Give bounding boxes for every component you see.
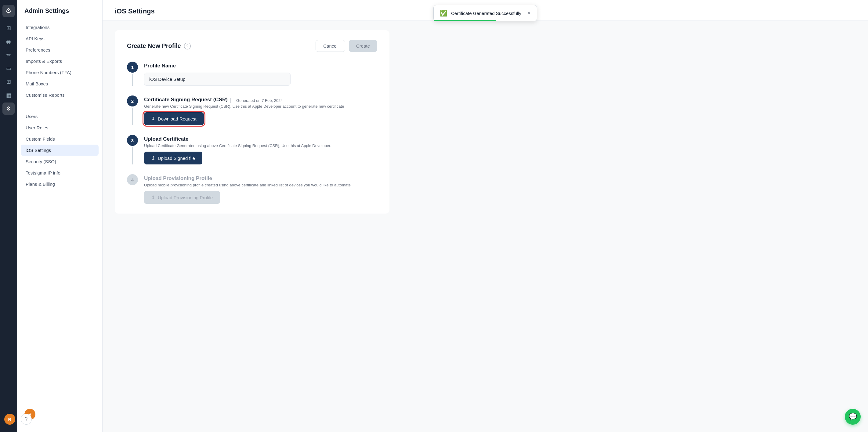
form-header: Create New Profile ? Cancel Create <box>127 40 377 52</box>
main-body: Create New Profile ? Cancel Create 1 <box>102 21 868 432</box>
step-4-description: Upload mobile provisioning profile creat… <box>144 183 377 187</box>
sidebar: Admin Settings Integrations API Keys Pre… <box>17 0 102 432</box>
step-3: 3 Upload Certificate Upload Certificate … <box>127 135 377 164</box>
step-2: 2 Certificate Signing Request (CSR) | Ge… <box>127 96 377 125</box>
create-button[interactable]: Create <box>349 40 377 52</box>
profile-name-input[interactable] <box>144 73 290 86</box>
download-request-button[interactable]: ↧ Download Request <box>144 112 204 125</box>
cancel-button[interactable]: Cancel <box>316 40 345 52</box>
sidebar-item-user-roles[interactable]: User Roles <box>21 122 99 133</box>
nav-settings-icon[interactable]: ⚙ <box>2 102 14 115</box>
form-title: Create New Profile <box>127 42 181 49</box>
sidebar-item-imports-exports[interactable]: Imports & Exports <box>21 56 99 67</box>
sidebar-item-preferences[interactable]: Preferences <box>21 44 99 56</box>
app-logo[interactable]: ⚙ <box>2 5 14 17</box>
step-1-line <box>132 74 133 86</box>
sidebar-item-custom-fields[interactable]: Custom Fields <box>21 133 99 144</box>
step-2-description: Generate new Certificate Signing Request… <box>144 104 377 109</box>
step-3-content: Upload Certificate Upload Certificate Ge… <box>144 135 377 164</box>
toast-success-icon: ✅ <box>440 9 447 17</box>
step-2-number: 2 <box>127 96 138 106</box>
upload-provisioning-profile-button: ↥ Upload Provisioning Profile <box>144 191 220 204</box>
step-3-line <box>132 147 133 164</box>
icon-bar: ⚙ ⊞ ◉ ✏ ▭ ⊞ ▦ ⚙ ? <box>0 0 17 432</box>
step-2-meta: Generated on 7 Feb, 2024 <box>236 98 283 103</box>
sidebar-title: Admin Settings <box>17 7 102 22</box>
nav-widgets-icon[interactable]: ⊞ <box>2 76 14 88</box>
steps-container: 1 Profile Name 2 <box>127 62 377 204</box>
sidebar-section-top: Integrations API Keys Preferences Import… <box>17 22 102 101</box>
step-1-title: Profile Name <box>144 63 377 69</box>
sidebar-item-api-keys[interactable]: API Keys <box>21 33 99 44</box>
toast-message: Certificate Generated Successfully <box>451 11 524 16</box>
step-2-content: Certificate Signing Request (CSR) | Gene… <box>144 96 377 125</box>
nav-grid-icon[interactable]: ⊞ <box>2 22 14 34</box>
upload-signed-icon: ↥ <box>151 155 155 161</box>
step-4-title: Upload Provisioning Profile <box>144 175 377 181</box>
sidebar-item-users[interactable]: Users <box>21 111 99 122</box>
step-1-content: Profile Name <box>144 62 377 86</box>
sidebar-item-integrations[interactable]: Integrations <box>21 22 99 33</box>
sidebar-item-phone-numbers[interactable]: Phone Numbers (TFA) <box>21 67 99 78</box>
sidebar-divider <box>24 107 95 107</box>
nav-chart-icon[interactable]: ▦ <box>2 89 14 101</box>
toast-close-button[interactable]: × <box>527 10 531 16</box>
step-4-number: 4 <box>127 174 138 185</box>
step-3-title: Upload Certificate <box>144 136 377 142</box>
chat-button[interactable]: 💬 <box>845 409 861 425</box>
sidebar-item-ios-settings[interactable]: iOS Settings <box>21 144 99 156</box>
sidebar-item-security-sso[interactable]: Security (SSO) <box>21 156 99 167</box>
step-4: 4 Upload Provisioning Profile Upload mob… <box>127 174 377 204</box>
step-4-content: Upload Provisioning Profile Upload mobil… <box>144 174 377 204</box>
step-2-indicator: 2 <box>127 96 138 125</box>
toast-progress-bar <box>434 20 496 21</box>
upload-signed-file-button[interactable]: ↥ Upload Signed file <box>144 152 203 164</box>
step-2-title-row: Certificate Signing Request (CSR) | Gene… <box>144 97 377 104</box>
help-icon[interactable]: ? <box>184 43 191 49</box>
step-3-indicator: 3 <box>127 135 138 164</box>
step-2-line <box>132 108 133 125</box>
sidebar-item-testsigma-ip-info[interactable]: Testsigma IP info <box>21 167 99 178</box>
user-avatar-bottom[interactable]: R <box>4 414 15 425</box>
form-title-row: Create New Profile ? <box>127 42 191 49</box>
upload-provisioning-icon: ↥ <box>151 195 155 200</box>
step-3-description: Upload Certificate Generated using above… <box>144 143 377 148</box>
upload-provisioning-label: Upload Provisioning Profile <box>158 195 213 200</box>
download-icon: ↧ <box>151 116 155 122</box>
step-4-indicator: 4 <box>127 174 138 204</box>
help-bottom-icon[interactable]: ? <box>21 414 32 425</box>
upload-signed-label: Upload Signed file <box>158 156 195 161</box>
nav-dashboard-icon[interactable]: ◉ <box>2 35 14 47</box>
main-content: ✅ Certificate Generated Successfully × i… <box>102 0 868 432</box>
nav-folder-icon[interactable]: ▭ <box>2 62 14 74</box>
step-2-separator: | <box>230 98 231 103</box>
sidebar-item-customise-reports[interactable]: Customise Reports <box>21 89 99 101</box>
step-2-title: Certificate Signing Request (CSR) <box>144 97 228 103</box>
step-1-number: 1 <box>127 62 138 73</box>
form-actions: Cancel Create <box>316 40 377 52</box>
download-request-label: Download Request <box>158 116 196 122</box>
step-1-indicator: 1 <box>127 62 138 86</box>
form-section: Create New Profile ? Cancel Create 1 <box>115 30 390 213</box>
nav-edit-icon[interactable]: ✏ <box>2 49 14 61</box>
sidebar-section-bottom: Users User Roles Custom Fields iOS Setti… <box>17 111 102 190</box>
step-1: 1 Profile Name <box>127 62 377 86</box>
sidebar-item-plans-billing[interactable]: Plans & Billing <box>21 178 99 190</box>
step-3-number: 3 <box>127 135 138 146</box>
sidebar-item-mail-boxes[interactable]: Mail Boxes <box>21 78 99 89</box>
toast-notification: ✅ Certificate Generated Successfully × <box>433 5 537 21</box>
